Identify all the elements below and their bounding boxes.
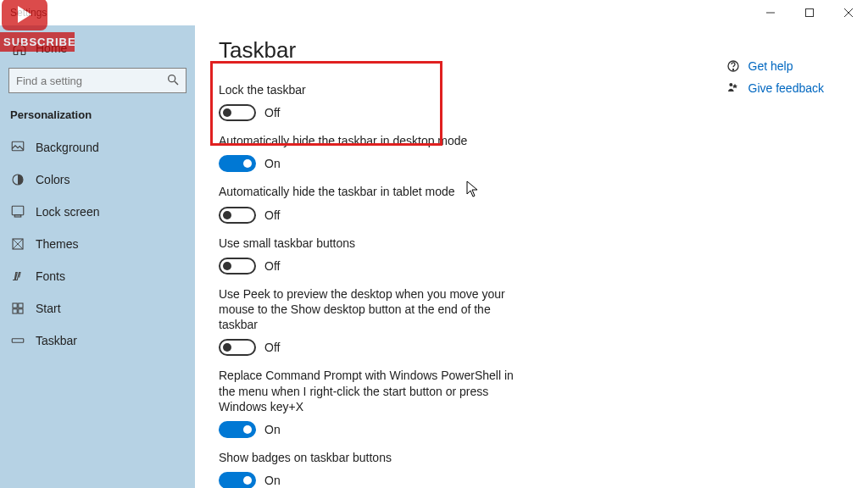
setting-0: Lock the taskbarOff [219,82,524,121]
setting-label: Automatically hide the taskbar in deskto… [219,133,524,148]
svg-point-18 [729,83,732,86]
nav-label: Themes [36,237,79,251]
sidebar-item-fonts[interactable]: Fonts [0,260,195,292]
settings-list: Lock the taskbarOffAutomatically hide th… [219,82,843,488]
feedback-icon [726,81,740,95]
nav-icon [10,204,25,219]
nav-label: Background [36,141,99,154]
setting-1: Automatically hide the taskbar in deskto… [219,133,524,172]
svg-rect-8 [12,206,24,215]
toggle-state: On [264,423,281,436]
sidebar: SUBSCRIBE Home Personalization Backgroun… [0,25,195,488]
svg-point-17 [732,69,733,69]
nav-label: Taskbar [36,334,77,347]
svg-rect-1 [806,9,814,17]
search-icon [166,73,180,86]
get-help-link[interactable]: Get help [726,59,825,73]
svg-rect-9 [14,215,21,217]
home-icon [12,41,27,56]
svg-rect-6 [12,141,24,151]
toggle-state: Off [264,208,280,222]
setting-3: Use small taskbar buttonsOff [219,236,524,274]
window-title: Settings [10,7,47,19]
right-links: Get help Give feedback [726,59,825,95]
nav-icon [10,301,25,316]
svg-rect-15 [12,339,24,343]
get-help-label: Get help [748,59,793,73]
toggle-switch[interactable] [219,472,256,488]
setting-label: Automatically hide the taskbar in tablet… [219,184,524,199]
nav-label: Fonts [36,269,65,283]
search-wrap [8,68,186,93]
titlebar: Settings [0,0,868,25]
nav-icon [10,140,25,155]
close-button[interactable] [829,0,868,25]
setting-2: Automatically hide the taskbar in tablet… [219,184,524,223]
nav-icon [10,236,25,252]
toggle-row: Off [219,339,524,356]
minimize-button[interactable] [751,0,790,25]
nav-icon [10,269,25,284]
svg-rect-12 [19,303,23,308]
section-label: Personalization [0,108,195,131]
toggle-state: Off [264,341,280,354]
toggle-row: On [219,155,524,172]
sidebar-item-colors[interactable]: Colors [0,164,195,196]
toggle-switch[interactable] [219,155,256,172]
setting-label: Lock the taskbar [219,82,524,97]
toggle-state: Off [264,106,280,119]
help-icon [726,59,740,73]
setting-4: Use Peek to preview the desktop when you… [219,286,524,357]
sidebar-item-lock-screen[interactable]: Lock screen [0,196,195,228]
give-feedback-link[interactable]: Give feedback [726,81,825,95]
nav-label: Start [36,302,61,315]
toggle-row: Off [219,258,524,274]
toggle-row: Off [219,104,524,121]
setting-5: Replace Command Prompt with Windows Powe… [219,368,524,438]
nav-list: BackgroundColorsLock screenThemesFontsSt… [0,131,195,357]
maximize-button[interactable] [790,0,829,25]
give-feedback-label: Give feedback [748,81,825,95]
toggle-switch[interactable] [219,258,256,274]
sidebar-item-themes[interactable]: Themes [0,228,195,260]
setting-label: Show badges on taskbar buttons [219,450,524,465]
toggle-switch[interactable] [219,207,256,224]
sidebar-item-start[interactable]: Start [0,292,195,324]
toggle-row: On [219,421,524,438]
toggle-row: On [219,472,524,488]
toggle-row: Off [219,207,524,224]
toggle-switch[interactable] [219,339,256,356]
setting-label: Replace Command Prompt with Windows Powe… [219,368,524,414]
setting-6: Show badges on taskbar buttonsOn [219,450,524,488]
home-nav[interactable]: Home [0,36,195,68]
toggle-state: Off [264,259,280,273]
nav-icon [10,172,25,187]
svg-rect-14 [19,309,23,313]
toggle-state: On [264,474,281,487]
svg-line-5 [175,81,178,85]
svg-rect-11 [13,303,17,308]
nav-label: Colors [36,173,70,186]
setting-label: Use small taskbar buttons [219,236,524,251]
sidebar-item-taskbar[interactable]: Taskbar [0,324,195,357]
nav-label: Lock screen [36,205,99,219]
home-label: Home [36,42,67,55]
sidebar-item-background[interactable]: Background [0,131,195,164]
search-input[interactable] [8,68,186,93]
nav-icon [10,333,25,348]
svg-point-4 [169,75,175,82]
setting-label: Use Peek to preview the desktop when you… [219,286,524,333]
window-controls [751,0,868,25]
toggle-switch[interactable] [219,104,256,121]
toggle-state: On [264,157,281,170]
svg-rect-13 [13,309,17,313]
toggle-switch[interactable] [219,421,256,438]
